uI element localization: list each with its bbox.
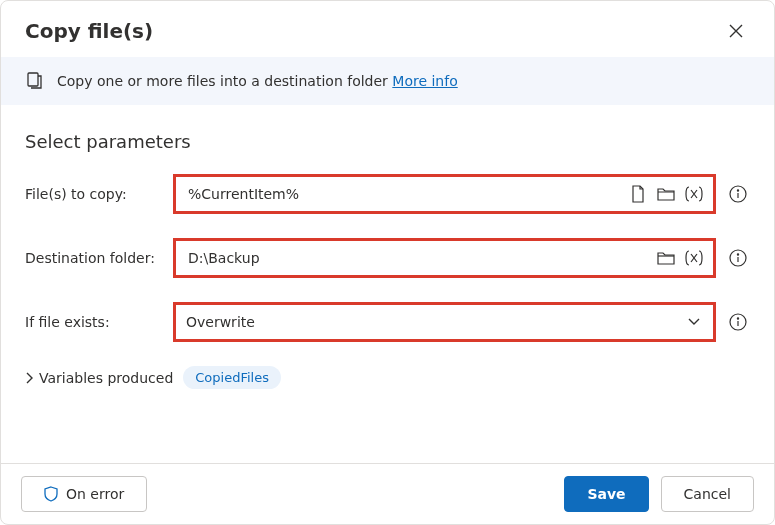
chevron-right-icon [25, 372, 33, 384]
variable-chip[interactable]: CopiedFiles [183, 366, 281, 389]
dialog-title: Copy file(s) [25, 19, 153, 43]
variable-picker-button[interactable] [683, 183, 705, 205]
dialog-content: Select parameters File(s) to copy: [1, 105, 774, 463]
svg-point-6 [737, 318, 738, 319]
if-exists-info-button[interactable] [726, 310, 750, 334]
info-icon [729, 313, 747, 331]
if-exists-field[interactable]: Overwrite [173, 302, 716, 342]
section-title: Select parameters [25, 131, 750, 152]
close-icon [729, 24, 743, 38]
file-plus-icon [630, 185, 646, 203]
files-field[interactable] [173, 174, 716, 214]
info-banner: Copy one or more files into a destinatio… [1, 57, 774, 105]
svg-point-2 [737, 190, 738, 191]
variables-expander[interactable]: Variables produced [25, 370, 173, 386]
dest-field[interactable] [173, 238, 716, 278]
dialog-footer: On error Save Cancel [1, 463, 774, 524]
if-exists-value: Overwrite [186, 314, 677, 330]
row-if-file-exists: If file exists: Overwrite [25, 302, 750, 342]
select-file-button[interactable] [627, 183, 649, 205]
save-button[interactable]: Save [564, 476, 648, 512]
files-label: File(s) to copy: [25, 186, 163, 202]
banner-text: Copy one or more files into a destinatio… [57, 73, 458, 89]
dialog-header: Copy file(s) [1, 1, 774, 57]
shield-icon [44, 486, 58, 502]
close-button[interactable] [722, 17, 750, 45]
variable-icon [684, 250, 704, 266]
files-input[interactable] [186, 185, 621, 203]
on-error-label: On error [66, 486, 124, 502]
files-info-button[interactable] [726, 182, 750, 206]
variable-icon [684, 186, 704, 202]
dest-input[interactable] [186, 249, 649, 267]
row-destination-folder: Destination folder: [25, 238, 750, 278]
cancel-label: Cancel [684, 486, 731, 502]
svg-point-4 [737, 254, 738, 255]
if-exists-label: If file exists: [25, 314, 163, 330]
copy-files-dialog: Copy file(s) Copy one or more files into… [0, 0, 775, 525]
info-icon [729, 185, 747, 203]
save-label: Save [587, 486, 625, 502]
variables-label: Variables produced [39, 370, 173, 386]
dest-info-button[interactable] [726, 246, 750, 270]
browse-folder-button[interactable] [655, 183, 677, 205]
svg-rect-0 [28, 73, 38, 86]
browse-dest-button[interactable] [655, 247, 677, 269]
row-files-to-copy: File(s) to copy: [25, 174, 750, 214]
more-info-link[interactable]: More info [392, 73, 457, 89]
variable-picker-button[interactable] [683, 247, 705, 269]
variables-produced-row: Variables produced CopiedFiles [25, 366, 750, 389]
info-icon [729, 249, 747, 267]
copy-icon [25, 71, 45, 91]
cancel-button[interactable]: Cancel [661, 476, 754, 512]
on-error-button[interactable]: On error [21, 476, 147, 512]
if-exists-dropdown-toggle[interactable] [683, 311, 705, 333]
dest-label: Destination folder: [25, 250, 163, 266]
folder-icon [657, 186, 675, 202]
folder-icon [657, 250, 675, 266]
chevron-down-icon [687, 317, 701, 327]
